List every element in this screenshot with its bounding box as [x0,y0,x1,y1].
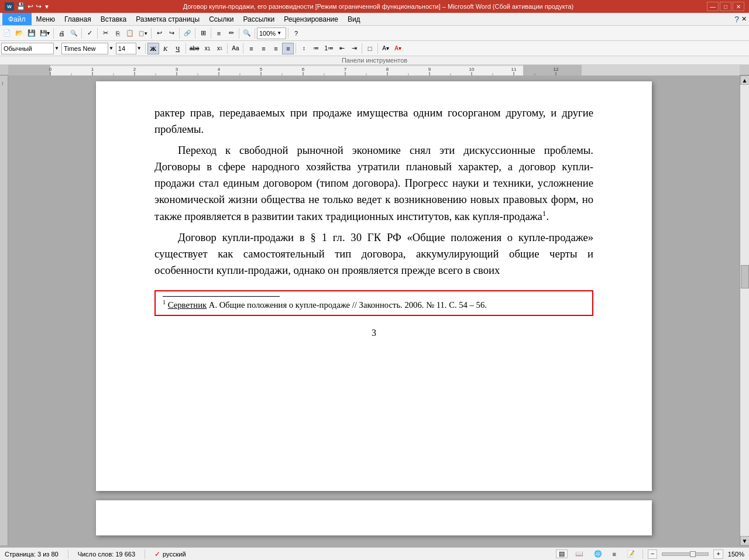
language-indicator[interactable]: ✓ русский [154,550,185,558]
paste-btn[interactable]: 📋 [124,28,136,39]
font-case-btn[interactable]: Aa [229,43,241,54]
menu-view[interactable]: Вид [343,13,365,25]
quick-access-more[interactable]: ▼ [44,4,50,10]
save-btn[interactable]: 💾 [26,28,37,39]
spellcheck-btn[interactable]: ✓ [84,28,95,39]
menu-insert[interactable]: Вставка [96,13,132,25]
menu-file[interactable]: Файл [2,13,32,25]
window-title: Договор купли-продажи, его разновидности… [183,3,574,10]
save-as-btn[interactable]: 💾▾ [38,28,51,39]
zoom-slider[interactable] [662,552,709,556]
close-button[interactable]: ✕ [733,2,744,11]
highlight-btn[interactable]: A▾ [380,43,391,54]
svg-text:3: 3 [176,67,178,72]
drawing-btn[interactable]: ✏ [225,28,237,39]
page-number: 3 [154,328,593,338]
hyperlink-btn[interactable]: 🔗 [181,28,193,39]
title-bar: W 💾 ↩ ↪ ▼ Договор купли-продажи, его раз… [0,0,749,13]
italic-btn[interactable]: К [160,43,171,54]
document-page: рактер прав, передаваемых при продаже им… [96,81,652,491]
scroll-up-btn[interactable]: ▲ [740,75,750,85]
toolbar-row-1: 📄 📂 💾 💾▾ 🖨 🔍 ✓ ✂ ⎘ 📋 📋▾ ↩ ↪ 🔗 ⊞ ≡ ✏ 🔍 10… [0,26,749,41]
menu-references[interactable]: Ссылки [204,13,238,25]
close-ribbon-icon[interactable]: ✕ [741,15,747,23]
svg-text:12: 12 [554,67,559,72]
style-dropdown[interactable]: Обычный [1,43,54,54]
decrease-indent-btn[interactable]: ⇤ [336,43,348,54]
view-normal-btn[interactable]: ▤ [556,549,568,558]
maximize-button[interactable]: □ [720,2,731,11]
left-margin: ↕ [0,75,8,545]
line-spacing-btn[interactable]: ↕ [298,43,310,54]
open-btn[interactable]: 📂 [13,28,25,39]
status-bar: Страница: 3 из 80 Число слов: 19 663 ✓ р… [0,547,749,560]
undo-btn[interactable]: ↩ [153,28,165,39]
subscript-btn[interactable]: x1 [201,43,213,54]
redo-btn[interactable]: ↪ [166,28,177,39]
strikethrough-btn[interactable]: abe [188,43,201,54]
increase-indent-btn[interactable]: ⇥ [348,43,360,54]
help-q-btn[interactable]: ? [290,28,302,39]
title-bar-left: W 💾 ↩ ↪ ▼ [5,2,50,11]
zoom-thumb[interactable] [690,551,696,557]
footnote-author: Серветник [168,300,207,310]
superscript-btn[interactable]: x1 [214,43,225,54]
ruler: 0 1 2 3 4 5 6 7 8 9 10 11 12 [8,65,740,75]
scrollbar[interactable]: ▲ ▼ [740,75,749,545]
bullets-btn[interactable]: ≔ [310,43,322,54]
ruler-container: 0 1 2 3 4 5 6 7 8 9 10 11 12 [0,65,749,75]
align-justify-btn[interactable]: ≡ [282,43,294,54]
menu-home[interactable]: Главная [60,13,96,25]
columns-btn[interactable]: ≡ [213,28,225,39]
svg-rect-2 [523,65,582,75]
scroll-track[interactable] [740,85,749,536]
font-dropdown[interactable]: Times New [61,43,108,54]
view-draft-btn[interactable]: 📝 [624,549,638,558]
quick-access-redo[interactable]: ↪ [36,2,42,11]
underline-btn[interactable]: Ч [172,43,184,54]
align-center-btn[interactable]: ≡ [257,43,269,54]
minimize-button[interactable]: — [707,2,719,11]
main-area: ↕ рактер прав, передаваемых при продаже … [0,75,749,545]
font-color-btn[interactable]: A▾ [392,43,404,54]
new-btn[interactable]: 📄 [1,28,13,39]
find-btn[interactable]: 🔍 [241,28,253,39]
outside-borders-btn[interactable]: □ [364,43,376,54]
zoom-dd[interactable]: 100%▼ [257,28,286,39]
footnote-ref-1: 1 [542,209,547,218]
menu-page-layout[interactable]: Разметка страницы [131,13,204,25]
copy-btn[interactable]: ⎘ [112,28,123,39]
menu-menu[interactable]: Меню [32,13,60,25]
paste-special-btn[interactable]: 📋▾ [136,28,149,39]
cut-btn[interactable]: ✂ [99,28,111,39]
zoom-minus-btn[interactable]: − [648,549,657,559]
para-1: рактер прав, передаваемых при продаже им… [154,105,593,138]
status-right: ▤ 📖 🌐 ≡ 📝 − + 150% [556,549,744,559]
scroll-down-btn[interactable]: ▼ [740,536,750,545]
zoom-percent[interactable]: 150% [728,551,744,558]
spellcheck-icon: ✓ [154,550,160,558]
print-preview-btn[interactable]: 🔍 [68,28,80,39]
svg-text:8: 8 [386,67,389,72]
table-btn[interactable]: ⊞ [197,28,209,39]
quick-access-save[interactable]: 💾 [16,2,25,11]
align-right-btn[interactable]: ≡ [270,43,281,54]
ruler-left-margin [0,65,8,75]
footnote-text-content: А. Общие положения о купле-продаже // За… [207,300,487,310]
scroll-thumb[interactable] [741,265,749,288]
numbering-btn[interactable]: 1≔ [322,43,335,54]
fontsize-dropdown[interactable]: 14 [116,43,136,54]
print-btn[interactable]: 🖨 [56,28,67,39]
help-icon[interactable]: ? [734,15,739,24]
zoom-plus-btn[interactable]: + [713,549,723,559]
view-web-btn[interactable]: 🌐 [591,549,605,558]
view-reading-btn[interactable]: 📖 [572,549,586,558]
document-scroll[interactable]: рактер прав, передаваемых при продаже им… [8,75,740,545]
align-left-btn[interactable]: ≡ [245,43,257,54]
menu-mailings[interactable]: Рассылки [238,13,279,25]
quick-access-undo[interactable]: ↩ [28,2,33,11]
view-outline-btn[interactable]: ≡ [610,550,619,558]
menu-review[interactable]: Рецензирование [279,13,343,25]
page-count: Страница: 3 из 80 [5,551,59,558]
bold-btn[interactable]: Ж [147,43,159,54]
